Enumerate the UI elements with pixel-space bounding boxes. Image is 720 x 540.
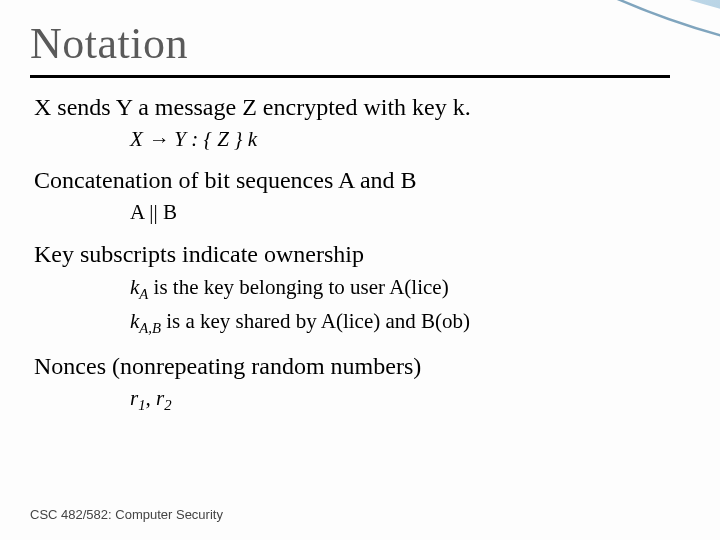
slide-content: X sends Y a message Z encrypted with key… (0, 92, 720, 415)
notation-item-sub: kA is the key belonging to user A(lice) (130, 273, 686, 305)
notation-item-sub: A || B (130, 199, 686, 226)
slide-footer: CSC 482/582: Computer Security (30, 507, 223, 522)
notation-item-main: Key subscripts indicate ownership (34, 239, 686, 269)
slide-title: Notation (0, 0, 720, 75)
notation-item-sub: kA,B is a key shared by A(lice) and B(ob… (130, 307, 686, 339)
notation-item-sub: r1, r2 (130, 385, 686, 415)
notation-item-main: Nonces (nonrepeating random numbers) (34, 351, 686, 381)
title-underline (30, 75, 670, 78)
notation-item-main: X sends Y a message Z encrypted with key… (34, 92, 686, 122)
notation-item-main: Concatenation of bit sequences A and B (34, 165, 686, 195)
notation-item-sub: X → Y : { Z } k (130, 126, 686, 153)
